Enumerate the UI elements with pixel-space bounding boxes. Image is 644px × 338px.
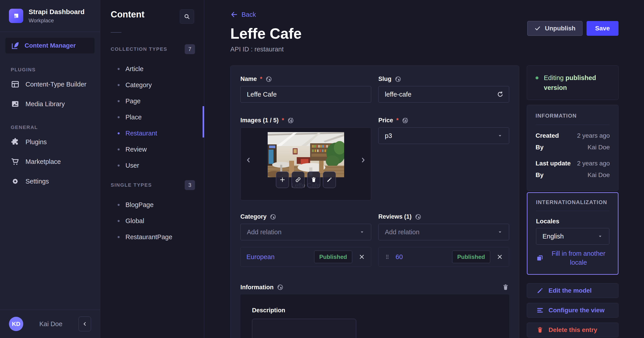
main-nav: Strapi Dashboard Workplace Content Manag… xyxy=(0,0,100,338)
chevron-down-icon xyxy=(497,229,503,235)
status-prefix: Editing xyxy=(544,74,566,81)
locale-value: English xyxy=(542,233,564,240)
restaurant-photo xyxy=(268,132,344,177)
search-button[interactable] xyxy=(180,10,194,24)
collapse-sidebar-button[interactable] xyxy=(78,316,91,331)
slug-input[interactable] xyxy=(378,86,509,102)
locale-select[interactable]: English xyxy=(536,228,609,244)
unpublish-button[interactable]: Unpublish xyxy=(527,21,582,36)
delete-component-button[interactable] xyxy=(502,284,509,291)
carousel-prev-button[interactable] xyxy=(245,156,252,164)
created-by-row: By Kai Doe xyxy=(536,144,610,151)
globe-icon xyxy=(270,214,276,220)
user-name: Kai Doe xyxy=(39,320,62,328)
pencil-icon xyxy=(536,287,544,294)
description-textarea[interactable] xyxy=(252,319,356,338)
bullet-icon xyxy=(118,84,120,86)
subnav-item-label: RestaurantPage xyxy=(126,234,172,241)
add-relation-placeholder: Add relation xyxy=(385,228,420,236)
images-carousel: Leffe Cafe xyxy=(240,128,371,200)
fill-from-locale-link[interactable]: Fill in from another locale xyxy=(536,249,609,267)
chevron-left-icon xyxy=(82,321,88,327)
relation-link[interactable]: European xyxy=(246,253,274,261)
configure-view-button[interactable]: Configure the view xyxy=(527,303,618,318)
remove-relation-button[interactable] xyxy=(496,254,503,260)
subnav-item-page[interactable]: Page xyxy=(100,93,204,109)
globe-icon xyxy=(415,214,422,220)
subnav-item-restaurant[interactable]: Restaurant xyxy=(100,125,204,141)
slug-label: Slug xyxy=(378,76,392,82)
trash-icon xyxy=(310,176,317,183)
subnav-item-article[interactable]: Article xyxy=(100,61,204,77)
delete-entry-button[interactable]: Delete this entry xyxy=(527,322,618,337)
delete-entry-label: Delete this entry xyxy=(548,326,597,334)
internationalization-box: INTERNATIONALIZATION Locales English Fil… xyxy=(527,192,618,275)
configure-view-label: Configure the view xyxy=(548,307,604,314)
images-label: Images (1 / 5) xyxy=(240,117,278,124)
pencil-icon xyxy=(326,176,332,183)
sidebar-item-content-manager[interactable]: Content Manager xyxy=(5,38,94,54)
category-add-relation-select[interactable]: Add relation xyxy=(240,224,371,240)
globe-icon xyxy=(266,76,272,82)
section-label: GENERAL xyxy=(5,124,94,130)
trash-icon xyxy=(502,284,509,291)
subnav-item-place[interactable]: Place xyxy=(100,109,204,125)
drag-handle-icon[interactable] xyxy=(384,254,390,260)
sidebar-item-label: Content Manager xyxy=(24,42,76,49)
relation-link[interactable]: 60 xyxy=(396,253,403,261)
delete-image-button[interactable] xyxy=(307,172,320,188)
subnav-item-user[interactable]: User xyxy=(100,158,204,174)
subnav-item-label: Page xyxy=(126,98,141,105)
plus-icon xyxy=(279,176,286,183)
edit-model-button[interactable]: Edit the model xyxy=(527,283,618,298)
back-link[interactable]: Back xyxy=(230,11,256,18)
subnav-scrollbar-thumb[interactable] xyxy=(202,106,204,138)
reviews-add-relation-select[interactable]: Add relation xyxy=(378,224,509,240)
copy-link-button[interactable] xyxy=(292,172,304,188)
subnav-item-blogpage[interactable]: BlogPage xyxy=(100,197,204,213)
edit-model-label: Edit the model xyxy=(548,287,592,294)
add-image-button[interactable] xyxy=(276,172,289,188)
workspace-brand[interactable]: Strapi Dashboard Workplace xyxy=(0,0,100,32)
avatar[interactable]: KD xyxy=(9,317,23,331)
bullet-icon xyxy=(118,132,120,134)
sidebar-item-content-type-builder[interactable]: Content-Type Builder xyxy=(5,74,94,94)
subnav-item-review[interactable]: Review xyxy=(100,141,204,158)
sidebar-item-plugins[interactable]: Plugins xyxy=(5,132,94,152)
sidebar-item-media-library[interactable]: Media Library xyxy=(5,94,94,114)
sidebar-item-settings[interactable]: Settings xyxy=(5,172,94,191)
name-label: Name xyxy=(240,76,257,82)
price-select[interactable]: p3 xyxy=(378,128,509,144)
trash-icon xyxy=(536,326,544,334)
published-dot-icon xyxy=(536,76,538,79)
subnav-item-label: Place xyxy=(126,114,142,121)
sidebar-item-label: Plugins xyxy=(26,138,47,146)
copy-icon xyxy=(536,254,544,262)
information-label: Information xyxy=(240,284,274,291)
cart-icon xyxy=(11,157,20,166)
api-id-subtitle: API ID : restaurant xyxy=(230,46,618,53)
general-section: GENERAL Plugins Marketplace Settings xyxy=(5,124,94,191)
status-badge: Published xyxy=(452,250,490,263)
subnav-item-label: Review xyxy=(126,146,147,153)
sidebar-item-marketplace[interactable]: Marketplace xyxy=(5,152,94,172)
subnav-item-label: Category xyxy=(126,81,152,89)
remove-relation-button[interactable] xyxy=(358,254,365,260)
edit-image-button[interactable] xyxy=(323,172,336,188)
reviews-relation-item[interactable]: 60 Published xyxy=(378,247,509,267)
regenerate-icon[interactable] xyxy=(497,91,504,98)
single-types-count-badge: 3 xyxy=(185,180,195,190)
subnav-item-restaurantpage[interactable]: RestaurantPage xyxy=(100,229,204,245)
category-relation-item[interactable]: European Published xyxy=(240,247,371,267)
information-component-panel: Description xyxy=(240,294,509,338)
carousel-next-button[interactable] xyxy=(359,156,367,164)
subnav-item-global[interactable]: Global xyxy=(100,213,204,229)
subnav-item-label: Restaurant xyxy=(126,130,157,137)
chevron-down-icon xyxy=(359,229,365,235)
i18n-box-title: INTERNATIONALIZATION xyxy=(536,199,609,206)
name-input[interactable] xyxy=(240,86,371,102)
subnav-item-category[interactable]: Category xyxy=(100,77,204,93)
check-icon xyxy=(534,25,541,32)
save-button[interactable]: Save xyxy=(586,21,618,36)
last-update-row: Last update 2 years ago xyxy=(536,160,610,167)
